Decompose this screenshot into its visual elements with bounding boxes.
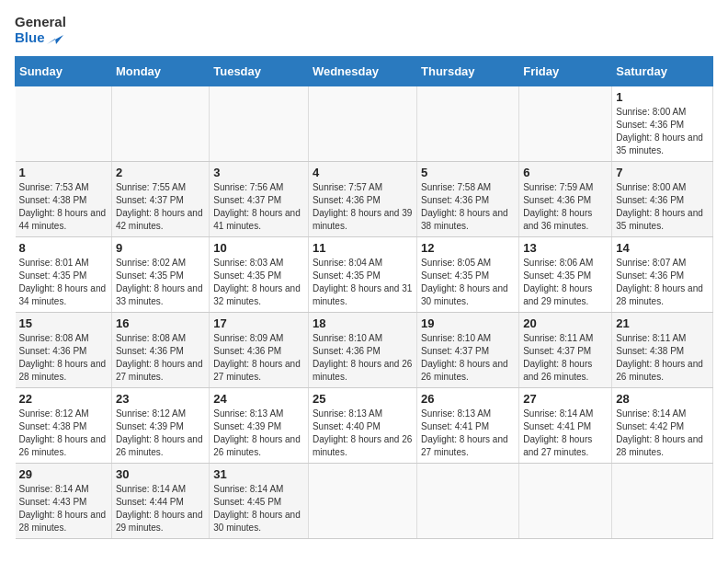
day-cell: 6Sunrise: 7:59 AMSunset: 4:36 PMDaylight… [519,162,612,237]
day-info: Sunrise: 8:13 AMSunset: 4:41 PMDaylight:… [421,408,515,459]
day-cell: 14Sunrise: 8:07 AMSunset: 4:36 PMDayligh… [612,237,713,313]
day-info: Sunrise: 8:14 AMSunset: 4:44 PMDaylight:… [116,483,205,534]
logo-bird-icon [47,31,63,44]
header-day: Saturday [612,57,713,86]
day-number: 20 [523,316,608,330]
day-number: 31 [213,467,304,481]
day-info: Sunrise: 8:11 AMSunset: 4:38 PMDaylight:… [616,332,709,384]
day-cell: 11Sunrise: 8:04 AMSunset: 4:35 PMDayligh… [308,237,416,313]
day-number: 16 [116,316,205,330]
day-cell: 3Sunrise: 7:56 AMSunset: 4:37 PMDaylight… [210,162,309,237]
day-cell: 18Sunrise: 8:10 AMSunset: 4:36 PMDayligh… [308,313,416,388]
day-cell [612,464,713,539]
week-row: 1Sunrise: 8:00 AMSunset: 4:36 PMDaylight… [16,86,713,162]
day-cell: 28Sunrise: 8:14 AMSunset: 4:42 PMDayligh… [612,388,713,464]
week-row: 1Sunrise: 7:53 AMSunset: 4:38 PMDaylight… [16,162,713,237]
header-day: Friday [519,57,612,86]
day-number: 13 [523,241,608,255]
day-info: Sunrise: 7:59 AMSunset: 4:36 PMDaylight:… [523,181,608,233]
day-cell: 24Sunrise: 8:13 AMSunset: 4:39 PMDayligh… [210,388,309,464]
day-info: Sunrise: 7:56 AMSunset: 4:37 PMDaylight:… [213,181,304,233]
week-row: 8Sunrise: 8:01 AMSunset: 4:35 PMDaylight… [16,237,713,313]
day-cell: 26Sunrise: 8:13 AMSunset: 4:41 PMDayligh… [417,388,519,464]
day-number: 24 [213,392,304,406]
day-cell: 30Sunrise: 8:14 AMSunset: 4:44 PMDayligh… [111,464,209,539]
day-number: 27 [523,392,608,406]
day-info: Sunrise: 8:05 AMSunset: 4:35 PMDaylight:… [421,257,515,308]
day-number: 4 [313,166,413,179]
day-cell: 15Sunrise: 8:08 AMSunset: 4:36 PMDayligh… [16,313,112,388]
day-info: Sunrise: 8:03 AMSunset: 4:35 PMDaylight:… [213,257,304,308]
day-info: Sunrise: 8:06 AMSunset: 4:35 PMDaylight:… [523,257,608,308]
day-cell: 17Sunrise: 8:09 AMSunset: 4:36 PMDayligh… [210,313,309,388]
day-number: 19 [421,316,515,330]
header-day: Sunday [16,57,112,86]
day-number: 18 [313,316,413,330]
day-info: Sunrise: 7:58 AMSunset: 4:36 PMDaylight:… [421,181,515,233]
day-info: Sunrise: 8:08 AMSunset: 4:36 PMDaylight:… [116,332,205,384]
day-info: Sunrise: 8:01 AMSunset: 4:35 PMDaylight:… [19,257,108,308]
day-cell: 29Sunrise: 8:14 AMSunset: 4:43 PMDayligh… [16,464,112,539]
day-cell: 2Sunrise: 7:55 AMSunset: 4:37 PMDaylight… [111,162,209,237]
day-number: 28 [616,392,709,406]
day-info: Sunrise: 8:00 AMSunset: 4:36 PMDaylight:… [616,181,709,233]
day-cell: 12Sunrise: 8:05 AMSunset: 4:35 PMDayligh… [417,237,519,313]
day-info: Sunrise: 8:11 AMSunset: 4:37 PMDaylight:… [523,332,608,384]
calendar-body: 1Sunrise: 8:00 AMSunset: 4:36 PMDaylight… [16,86,713,539]
day-info: Sunrise: 8:02 AMSunset: 4:35 PMDaylight:… [116,257,205,308]
day-number: 21 [616,316,709,330]
day-info: Sunrise: 8:14 AMSunset: 4:43 PMDaylight:… [19,483,108,534]
day-info: Sunrise: 8:14 AMSunset: 4:42 PMDaylight:… [616,408,709,459]
day-cell: 31Sunrise: 8:14 AMSunset: 4:45 PMDayligh… [210,464,309,539]
day-cell [519,86,612,162]
header-day: Tuesday [210,57,309,86]
day-number: 7 [616,166,709,179]
day-number: 30 [116,467,205,481]
day-cell: 23Sunrise: 8:12 AMSunset: 4:39 PMDayligh… [111,388,209,464]
logo: General Blue [15,15,66,45]
day-number: 11 [313,241,413,255]
day-number: 14 [616,241,709,255]
day-number: 6 [523,166,608,179]
day-info: Sunrise: 8:04 AMSunset: 4:35 PMDaylight:… [313,257,413,308]
day-cell: 1Sunrise: 7:53 AMSunset: 4:38 PMDaylight… [16,162,112,237]
day-cell [111,86,209,162]
day-cell: 19Sunrise: 8:10 AMSunset: 4:37 PMDayligh… [417,313,519,388]
day-number: 10 [213,241,304,255]
day-cell [308,464,416,539]
day-cell: 7Sunrise: 8:00 AMSunset: 4:36 PMDaylight… [612,162,713,237]
day-cell: 20Sunrise: 8:11 AMSunset: 4:37 PMDayligh… [519,313,612,388]
day-cell: 10Sunrise: 8:03 AMSunset: 4:35 PMDayligh… [210,237,309,313]
day-number: 15 [19,316,108,330]
day-info: Sunrise: 8:00 AMSunset: 4:36 PMDaylight:… [616,106,709,157]
day-number: 2 [116,166,205,179]
day-cell: 8Sunrise: 8:01 AMSunset: 4:35 PMDaylight… [16,237,112,313]
day-info: Sunrise: 8:09 AMSunset: 4:36 PMDaylight:… [213,332,304,384]
day-cell: 4Sunrise: 7:57 AMSunset: 4:36 PMDaylight… [308,162,416,237]
day-cell [519,464,612,539]
day-info: Sunrise: 8:08 AMSunset: 4:36 PMDaylight:… [19,332,108,384]
day-info: Sunrise: 8:13 AMSunset: 4:39 PMDaylight:… [213,408,304,459]
day-number: 3 [213,166,304,179]
logo-text: General Blue [15,15,66,45]
day-info: Sunrise: 8:12 AMSunset: 4:39 PMDaylight:… [116,408,205,459]
calendar-table: SundayMondayTuesdayWednesdayThursdayFrid… [15,56,713,539]
day-info: Sunrise: 8:14 AMSunset: 4:41 PMDaylight:… [523,408,608,459]
day-number: 26 [421,392,515,406]
calendar-header: SundayMondayTuesdayWednesdayThursdayFrid… [16,57,713,86]
day-info: Sunrise: 7:57 AMSunset: 4:36 PMDaylight:… [313,181,413,233]
day-number: 17 [213,316,304,330]
day-info: Sunrise: 8:12 AMSunset: 4:38 PMDaylight:… [19,408,108,459]
day-cell: 1Sunrise: 8:00 AMSunset: 4:36 PMDaylight… [612,86,713,162]
day-cell: 13Sunrise: 8:06 AMSunset: 4:35 PMDayligh… [519,237,612,313]
day-info: Sunrise: 8:10 AMSunset: 4:36 PMDaylight:… [313,332,413,384]
day-number: 8 [19,241,108,255]
day-info: Sunrise: 7:53 AMSunset: 4:38 PMDaylight:… [19,181,108,233]
day-cell [210,86,309,162]
day-number: 12 [421,241,515,255]
week-row: 22Sunrise: 8:12 AMSunset: 4:38 PMDayligh… [16,388,713,464]
day-number: 1 [616,90,709,104]
page-header: General Blue [15,15,713,45]
header-row: SundayMondayTuesdayWednesdayThursdayFrid… [16,57,713,86]
day-info: Sunrise: 8:14 AMSunset: 4:45 PMDaylight:… [213,483,304,534]
